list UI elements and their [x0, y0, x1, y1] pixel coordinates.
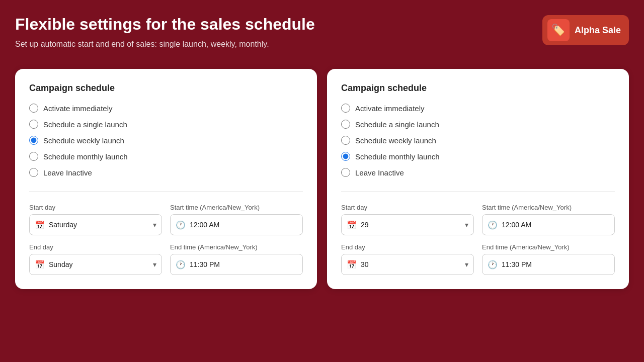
calendar-icon-left: 📅 — [35, 220, 45, 230]
start-time-value-left: 12:00 AM — [190, 221, 219, 229]
logo-icon: 🏷️ — [547, 19, 570, 41]
radio-label-left-4: Schedule monthly launch — [43, 152, 128, 161]
end-time-label-right: End time (America/New_York) — [482, 243, 615, 251]
radio-label-left-3: Schedule weekly launch — [43, 136, 124, 145]
radio-right-3[interactable] — [341, 136, 350, 145]
end-time-field-left: End time (America/New_York) 🕐 11:30 PM — [170, 243, 303, 275]
radio-label-right-3: Schedule weekly launch — [355, 136, 436, 145]
end-time-wrapper-right: 🕐 11:30 PM — [482, 254, 615, 275]
page-header: Flexible settings for the sales schedule… — [0, 0, 644, 59]
start-day-select-right[interactable]: 1234 5678 9101112 13141516 17181920 2122… — [361, 221, 465, 229]
start-day-label-left: Start day — [29, 204, 162, 211]
start-day-select-wrapper-left[interactable]: 📅 Sunday Monday Tuesday Wednesday Thursd… — [29, 214, 162, 235]
cards-container: Campaign schedule Activate immediately S… — [0, 59, 644, 304]
start-day-select-wrapper-right[interactable]: 📅 1234 5678 9101112 13141516 17181920 21… — [341, 214, 474, 235]
card-left: Campaign schedule Activate immediately S… — [15, 69, 317, 289]
radio-item-left-3[interactable]: Schedule weekly launch — [29, 136, 303, 145]
radio-label-left-1: Activate immediately — [43, 104, 113, 113]
radio-item-left-1[interactable]: Activate immediately — [29, 104, 303, 113]
chevron-down-icon: ▾ — [153, 221, 156, 229]
radio-label-right-2: Schedule a single launch — [355, 120, 439, 129]
start-day-field-right: Start day 📅 1234 5678 9101112 13141516 1… — [341, 204, 474, 235]
radio-item-left-2[interactable]: Schedule a single launch — [29, 120, 303, 129]
start-time-label-right: Start time (America/New_York) — [482, 204, 615, 211]
radio-group-left: Activate immediately Schedule a single l… — [29, 104, 303, 177]
radio-right-5[interactable] — [341, 168, 350, 177]
start-day-label-right: Start day — [341, 204, 474, 211]
radio-item-right-5[interactable]: Leave Inactive — [341, 168, 615, 177]
radio-item-right-4[interactable]: Schedule monthly launch — [341, 152, 615, 161]
end-time-value-right: 11:30 PM — [502, 260, 532, 268]
header-text: Flexible settings for the sales schedule… — [15, 15, 315, 49]
form-grid-right: Start day 📅 1234 5678 9101112 13141516 1… — [341, 204, 615, 275]
form-grid-left: Start day 📅 Sunday Monday Tuesday Wednes… — [29, 204, 303, 275]
clock-icon-left-end: 🕐 — [176, 260, 186, 269]
calendar-icon-right: 📅 — [347, 220, 357, 230]
radio-right-1[interactable] — [341, 104, 350, 113]
chevron-down-icon-end-left: ▾ — [153, 260, 156, 268]
end-day-select-wrapper-left[interactable]: 📅 Sunday Monday Tuesday Wednesday Thursd… — [29, 254, 162, 275]
end-day-select-wrapper-right[interactable]: 📅 1234 5678 9101112 13141516 17181920 21… — [341, 254, 474, 275]
end-day-field-left: End day 📅 Sunday Monday Tuesday Wednesda… — [29, 243, 162, 275]
clock-icon-right: 🕐 — [488, 220, 498, 230]
logo-badge: 🏷️ Alpha Sale — [542, 15, 629, 45]
start-time-wrapper-right: 🕐 12:00 AM — [482, 214, 615, 235]
radio-left-2[interactable] — [29, 120, 38, 129]
end-day-select-right[interactable]: 1234 5678 9101112 13141516 17181920 2122… — [361, 260, 465, 268]
radio-label-right-1: Activate immediately — [355, 104, 425, 113]
start-time-label-left: Start time (America/New_York) — [170, 204, 303, 211]
radio-item-right-3[interactable]: Schedule weekly launch — [341, 136, 615, 145]
radio-label-left-5: Leave Inactive — [43, 168, 92, 177]
radio-left-3[interactable] — [29, 136, 38, 145]
calendar-icon-left-end: 📅 — [35, 260, 45, 269]
end-day-field-right: End day 📅 1234 5678 9101112 13141516 171… — [341, 243, 474, 275]
logo-label: Alpha Sale — [575, 25, 621, 36]
end-time-wrapper-left: 🕐 11:30 PM — [170, 254, 303, 275]
end-time-field-right: End time (America/New_York) 🕐 11:30 PM — [482, 243, 615, 275]
end-time-value-left: 11:30 PM — [190, 260, 220, 268]
end-day-label-left: End day — [29, 243, 162, 251]
end-day-select-left[interactable]: Sunday Monday Tuesday Wednesday Thursday… — [49, 260, 153, 268]
radio-left-4[interactable] — [29, 152, 38, 161]
start-time-value-right: 12:00 AM — [502, 221, 531, 229]
divider-left — [29, 191, 303, 192]
card-right: Campaign schedule Activate immediately S… — [327, 69, 629, 289]
page-title: Flexible settings for the sales schedule — [15, 15, 315, 34]
radio-item-left-4[interactable]: Schedule monthly launch — [29, 152, 303, 161]
page-subtitle: Set up automatic start and end of sales:… — [15, 40, 315, 49]
start-day-select-left[interactable]: Sunday Monday Tuesday Wednesday Thursday… — [49, 221, 153, 229]
calendar-icon-right-end: 📅 — [347, 260, 357, 269]
radio-right-2[interactable] — [341, 120, 350, 129]
radio-left-1[interactable] — [29, 104, 38, 113]
radio-group-right: Activate immediately Schedule a single l… — [341, 104, 615, 177]
chevron-down-icon-start-right: ▾ — [465, 221, 468, 229]
end-time-label-left: End time (America/New_York) — [170, 243, 303, 251]
clock-icon-left: 🕐 — [176, 220, 186, 230]
radio-item-left-5[interactable]: Leave Inactive — [29, 168, 303, 177]
end-day-label-right: End day — [341, 243, 474, 251]
radio-item-right-1[interactable]: Activate immediately — [341, 104, 615, 113]
radio-label-right-4: Schedule monthly launch — [355, 152, 440, 161]
start-time-field-left: Start time (America/New_York) 🕐 12:00 AM — [170, 204, 303, 235]
divider-right — [341, 191, 615, 192]
chevron-down-icon-end-right: ▾ — [465, 260, 468, 268]
radio-item-right-2[interactable]: Schedule a single launch — [341, 120, 615, 129]
card-right-title: Campaign schedule — [341, 83, 615, 94]
clock-icon-right-end: 🕐 — [488, 260, 498, 269]
radio-left-5[interactable] — [29, 168, 38, 177]
card-left-title: Campaign schedule — [29, 83, 303, 94]
start-day-field-left: Start day 📅 Sunday Monday Tuesday Wednes… — [29, 204, 162, 235]
radio-right-4[interactable] — [341, 152, 350, 161]
radio-label-right-5: Leave Inactive — [355, 168, 404, 177]
start-time-field-right: Start time (America/New_York) 🕐 12:00 AM — [482, 204, 615, 235]
start-time-wrapper-left: 🕐 12:00 AM — [170, 214, 303, 235]
radio-label-left-2: Schedule a single launch — [43, 120, 127, 129]
